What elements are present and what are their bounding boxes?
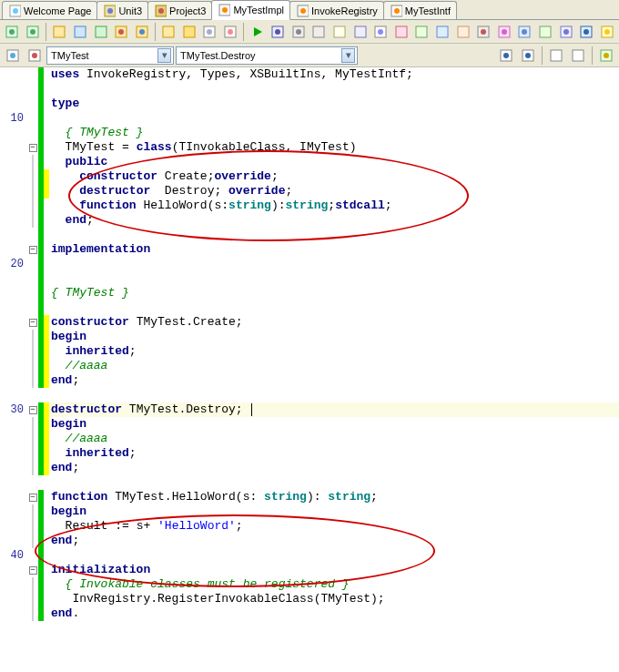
code-text[interactable]: { TMyTest } <box>49 286 619 300</box>
copy-button[interactable] <box>200 22 219 42</box>
fold-gutter[interactable]: − <box>27 563 38 577</box>
code-text[interactable]: initialization <box>49 563 619 577</box>
code-area[interactable]: uses InvokeRegistry, Types, XSBuiltIns, … <box>0 67 619 672</box>
intf-icon-button[interactable] <box>3 46 23 66</box>
code-text[interactable]: end. <box>49 606 619 621</box>
code-text[interactable] <box>49 228 619 242</box>
code-line[interactable]: begin <box>0 330 619 344</box>
code-line[interactable]: 20 <box>0 257 619 271</box>
tab-welcome-page[interactable]: Welcome Page <box>2 1 97 19</box>
align-center-button[interactable] <box>568 46 588 66</box>
code-text[interactable]: inherited; <box>49 446 619 461</box>
code-text[interactable]: uses InvokeRegistry, Types, XSBuiltIns, … <box>49 67 619 82</box>
code-text[interactable]: end; <box>49 373 619 388</box>
code-text[interactable] <box>49 548 619 563</box>
code-text[interactable]: function TMyTest.HelloWord(s: string): s… <box>49 490 619 504</box>
code-line[interactable] <box>0 228 619 242</box>
tab-project3[interactable]: Project3 <box>147 1 212 19</box>
code-text[interactable]: public <box>49 155 619 169</box>
code-line[interactable] <box>0 300 619 315</box>
code-line[interactable]: type <box>0 97 619 111</box>
code-line[interactable]: inherited; <box>0 446 619 461</box>
code-text[interactable]: constructor TMyTest.Create; <box>49 315 619 330</box>
fold-gutter[interactable]: − <box>27 140 38 155</box>
code-text[interactable] <box>49 82 619 97</box>
chevron-down-icon[interactable]: ▾ <box>157 48 171 63</box>
indent-button[interactable] <box>371 22 391 42</box>
code-text[interactable] <box>49 271 619 286</box>
paint-button[interactable] <box>494 22 513 42</box>
code-line[interactable]: end; <box>0 213 619 228</box>
impl-icon-button[interactable] <box>25 46 45 66</box>
code-line[interactable]: function HelloWord(s:string):string;stdc… <box>0 199 619 213</box>
code-line[interactable]: inherited; <box>0 344 619 359</box>
code-text[interactable]: inherited; <box>49 344 619 359</box>
file-green-button[interactable] <box>91 22 110 42</box>
ruler-button[interactable] <box>350 22 370 42</box>
book-button[interactable] <box>596 46 616 66</box>
pen-button[interactable] <box>330 22 350 42</box>
code-text[interactable]: destructor Destroy; override; <box>49 184 619 199</box>
code-line[interactable]: Result := s+ 'HelloWord'; <box>0 519 619 534</box>
code-line[interactable]: begin <box>0 504 619 519</box>
code-text[interactable]: TMyTest = class(TInvokableClass, IMyTest… <box>49 140 619 155</box>
tab-mytestimpl[interactable]: MyTestImpl <box>211 0 290 20</box>
fold-gutter[interactable]: − <box>27 242 38 257</box>
code-text[interactable]: function HelloWord(s:string):string;stdc… <box>49 199 619 213</box>
code-line[interactable]: InvRegistry.RegisterInvokableClass(TMyTe… <box>0 592 619 606</box>
code-line[interactable]: uses InvokeRegistry, Types, XSBuiltIns, … <box>0 67 619 82</box>
code-line[interactable] <box>0 82 619 97</box>
grid2-button[interactable] <box>412 22 431 42</box>
code-text[interactable]: type <box>49 97 619 111</box>
code-line[interactable]: end; <box>0 373 619 388</box>
code-text[interactable]: end; <box>49 534 619 548</box>
code-text[interactable]: constructor Create;override; <box>49 169 619 184</box>
run-button[interactable] <box>248 22 267 42</box>
code-text[interactable] <box>49 300 619 315</box>
code-line[interactable]: { TMyTest } <box>0 286 619 300</box>
code-line[interactable]: −initialization <box>0 563 619 577</box>
code-text[interactable]: destructor TMyTest.Destroy; <box>49 402 619 417</box>
fold-toggle-icon[interactable]: − <box>29 144 37 152</box>
file-blue-button[interactable] <box>71 22 90 42</box>
code-line[interactable]: 30−destructor TMyTest.Destroy; <box>0 402 619 417</box>
arrow-left-button[interactable] <box>496 46 516 66</box>
code-line[interactable] <box>0 271 619 286</box>
code-line[interactable]: { TMyTest } <box>0 126 619 140</box>
fold-toggle-icon[interactable]: − <box>29 566 37 575</box>
code-line[interactable]: −constructor TMyTest.Create; <box>0 315 619 330</box>
help-button[interactable] <box>577 22 596 42</box>
code-line[interactable]: 40 <box>0 548 619 563</box>
grid4-button[interactable] <box>453 22 472 42</box>
fold-gutter[interactable]: − <box>27 490 38 504</box>
wrench-button[interactable] <box>310 22 329 42</box>
code-line[interactable] <box>0 475 619 490</box>
fold-gutter[interactable]: − <box>27 402 38 417</box>
fold-toggle-icon[interactable]: − <box>29 494 37 502</box>
code-text[interactable]: implementation <box>49 242 619 257</box>
code-text[interactable]: { Invokable classes must be registered } <box>49 577 619 592</box>
code-text[interactable]: begin <box>49 330 619 344</box>
code-text[interactable] <box>49 475 619 490</box>
combo-combo_class[interactable]: TMyTest▾ <box>46 46 174 65</box>
db-button[interactable] <box>515 22 534 42</box>
code-line[interactable]: //aaaa <box>0 359 619 373</box>
tab-invokeregistry[interactable]: InvokeRegistry <box>289 1 384 19</box>
bulb-button[interactable] <box>597 22 616 42</box>
code-line[interactable]: //aaaa <box>0 432 619 446</box>
diff-button[interactable] <box>221 22 240 42</box>
grid1-button[interactable] <box>391 22 411 42</box>
code-line[interactable]: 10 <box>0 111 619 126</box>
gear-button[interactable] <box>289 22 308 42</box>
folder-open-button[interactable] <box>159 22 178 42</box>
code-text[interactable]: begin <box>49 417 619 432</box>
folder-yellow-button[interactable] <box>180 22 199 42</box>
code-line[interactable]: end; <box>0 461 619 475</box>
code-line[interactable] <box>0 388 619 402</box>
code-text[interactable] <box>49 257 619 271</box>
code-line[interactable]: destructor Destroy; override; <box>0 184 619 199</box>
sphere-button[interactable] <box>556 22 575 42</box>
code-text[interactable]: { TMyTest } <box>49 126 619 140</box>
file-yellow-button[interactable] <box>50 22 69 42</box>
code-text[interactable]: end; <box>49 213 619 228</box>
